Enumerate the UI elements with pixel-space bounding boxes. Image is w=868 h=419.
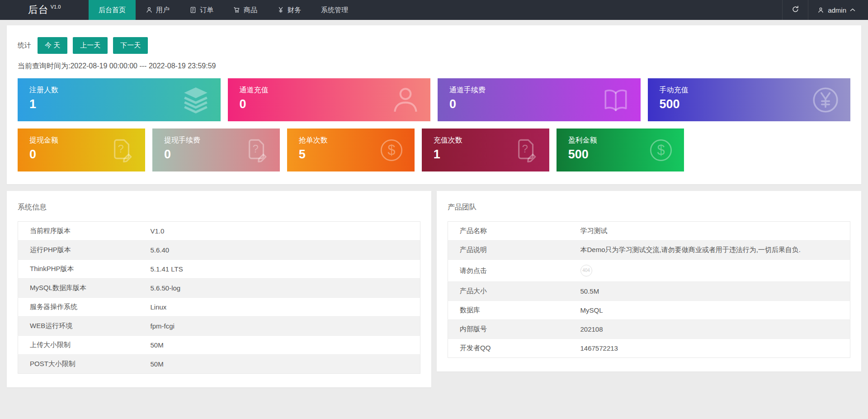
stat-card: 盈利金额500$	[557, 129, 684, 171]
table-row: ThinkPHP版本5.1.41 LTS	[18, 260, 420, 279]
yen-circle-icon	[811, 85, 840, 115]
stat-button-1[interactable]: 今 天	[38, 37, 67, 54]
row-label: 产品名称	[448, 222, 569, 241]
row-value: 50M	[139, 336, 420, 355]
navbar-right: admin	[782, 0, 868, 20]
badge-404[interactable]: 404	[580, 265, 592, 276]
stats-buttons: 今 天上一天下一天	[38, 37, 153, 54]
refresh-icon	[792, 5, 799, 15]
nav-item-label: 商品	[244, 6, 257, 14]
table-row: 当前程序版本V1.0	[18, 222, 420, 241]
svg-text:?: ?	[118, 143, 124, 155]
row-label: WEB运行环境	[18, 317, 139, 336]
table-row: 服务器操作系统Linux	[18, 298, 420, 317]
bottom-panels: 系统信息 当前程序版本V1.0运行PHP版本5.6.40ThinkPHP版本5.…	[7, 191, 861, 387]
product-team-table: 产品名称学习测试产品说明本Demo只为学习测试交流,请勿要做商业或者用于违法行为…	[448, 221, 850, 358]
chevron-up-icon	[850, 8, 855, 12]
book-icon	[601, 85, 631, 115]
row-value: MySQL	[569, 301, 850, 320]
top-navbar: 后台 V1.0 后台首页用户订单商品财务系统管理 admin	[0, 0, 868, 20]
file-question-icon: ?	[109, 137, 135, 163]
svg-text:?: ?	[253, 143, 259, 155]
table-row: 数据库MySQL	[448, 301, 850, 320]
refresh-button[interactable]	[782, 0, 808, 20]
stat-card: 充值次数1?	[422, 129, 549, 171]
layers-icon	[181, 85, 211, 115]
row-value: 学习测试	[569, 222, 850, 241]
file-question-icon: ?	[513, 137, 539, 163]
row-value: 1467572213	[569, 339, 850, 358]
nav-item-5[interactable]: 财务	[267, 0, 311, 20]
row-value: 本Demo只为学习测试交流,请勿要做商业或者用于违法行为,一切后果自负.	[569, 241, 850, 260]
nav-item-label: 订单	[200, 6, 213, 14]
stat-card: 手动充值500	[648, 78, 851, 121]
admin-username: admin	[828, 6, 846, 14]
system-info-title: 系统信息	[18, 203, 420, 212]
table-row: 产品说明本Demo只为学习测试交流,请勿要做商业或者用于违法行为,一切后果自负.	[448, 241, 850, 260]
row-value: 5.6.40	[139, 241, 420, 260]
svg-text:$: $	[387, 142, 395, 157]
row-value: 5.6.50-log	[139, 279, 420, 298]
row-value: fpm-fcgi	[139, 317, 420, 336]
row-label: 数据库	[448, 301, 569, 320]
stat-card: 通道充值0	[228, 78, 431, 121]
stat-card: 注册人数1	[18, 78, 221, 121]
nav-item-label: 后台首页	[99, 6, 126, 14]
person-icon	[391, 85, 420, 115]
table-row: 开发者QQ1467572213	[448, 339, 850, 358]
row-label: 当前程序版本	[18, 222, 139, 241]
nav-item-2[interactable]: 用户	[136, 0, 179, 20]
brand-logo[interactable]: 后台 V1.0	[0, 0, 89, 20]
user-icon	[146, 6, 153, 14]
product-team-panel: 产品团队 产品名称学习测试产品说明本Demo只为学习测试交流,请勿要做商业或者用…	[437, 191, 861, 371]
yen-icon	[277, 6, 284, 14]
table-row: 产品名称学习测试	[448, 222, 850, 241]
brand-title: 后台	[28, 3, 49, 17]
system-info-panel: 系统信息 当前程序版本V1.0运行PHP版本5.6.40ThinkPHP版本5.…	[7, 191, 431, 387]
row-value: 50M	[139, 355, 420, 374]
query-time-text: 当前查询时间为:2022-08-19 00:00:00 --- 2022-08-…	[18, 62, 850, 71]
brand-version: V1.0	[51, 4, 61, 10]
nav-item-6[interactable]: 系统管理	[311, 0, 358, 20]
row-label: 产品大小	[448, 282, 569, 301]
product-team-title: 产品团队	[448, 203, 850, 212]
row-value: 202108	[569, 320, 850, 339]
stat-card: 通道手续费0	[438, 78, 641, 121]
main-nav: 后台首页用户订单商品财务系统管理	[89, 0, 358, 20]
row-label: 开发者QQ	[448, 339, 569, 358]
row-label: ThinkPHP版本	[18, 260, 139, 279]
svg-text:?: ?	[522, 143, 528, 155]
table-row: 产品大小50.5M	[448, 282, 850, 301]
stat-button-2[interactable]: 上一天	[73, 37, 108, 54]
order-icon	[189, 6, 197, 14]
stat-button-3[interactable]: 下一天	[113, 37, 148, 54]
nav-item-4[interactable]: 商品	[223, 0, 267, 20]
row-label: 请勿点击	[448, 260, 569, 282]
file-question-icon: ?	[244, 137, 270, 163]
user-icon	[817, 7, 824, 14]
nav-item-1[interactable]: 后台首页	[89, 0, 136, 20]
row-label: 服务器操作系统	[18, 298, 139, 317]
main-content: 统计 今 天上一天下一天 当前查询时间为:2022-08-19 00:00:00…	[0, 25, 868, 387]
row-label: 产品说明	[448, 241, 569, 260]
table-row: 上传大小限制50M	[18, 336, 420, 355]
row-value: 50.5M	[569, 282, 850, 301]
row-label: 上传大小限制	[18, 336, 139, 355]
table-row: 请勿点击404	[448, 260, 850, 282]
cart-icon	[233, 6, 241, 14]
dollar-circle-icon: $	[648, 137, 674, 163]
nav-item-label: 系统管理	[321, 6, 348, 14]
table-row: POST大小限制50M	[18, 355, 420, 374]
row-value: 5.1.41 LTS	[139, 260, 420, 279]
admin-menu[interactable]: admin	[808, 0, 868, 20]
nav-item-label: 财务	[288, 6, 301, 14]
nav-item-3[interactable]: 订单	[179, 0, 223, 20]
dollar-circle-icon: $	[378, 137, 405, 163]
nav-item-label: 用户	[156, 6, 170, 14]
system-info-table: 当前程序版本V1.0运行PHP版本5.6.40ThinkPHP版本5.1.41 …	[18, 221, 420, 374]
stat-cards-row-2: 提现金额0?提现手续费0?抢单次数5$充值次数1?盈利金额500$	[18, 129, 850, 171]
stat-card: 抢单次数5$	[287, 129, 415, 171]
stat-cards-row-1: 注册人数1通道充值0通道手续费0手动充值500	[18, 78, 850, 121]
row-value: Linux	[139, 298, 420, 317]
stat-card: 提现金额0?	[18, 129, 145, 171]
